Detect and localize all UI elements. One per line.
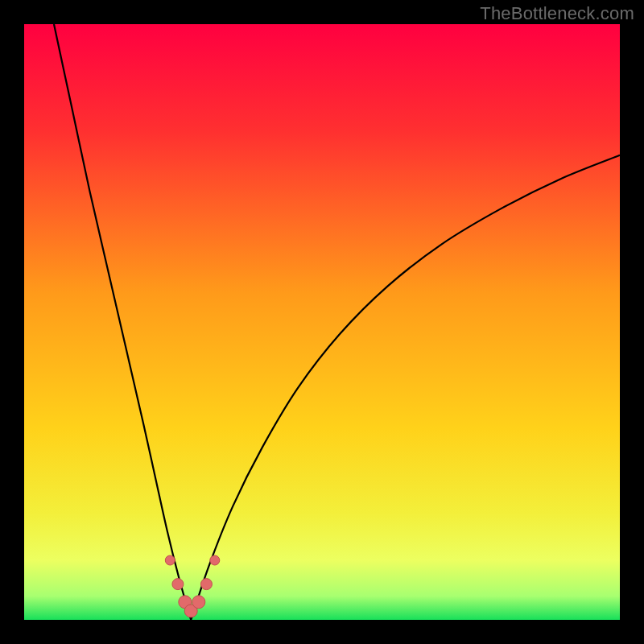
gradient-bg bbox=[24, 24, 620, 620]
watermark-text: TheBottleneck.com bbox=[480, 3, 634, 24]
marker-point bbox=[200, 579, 212, 590]
marker-point bbox=[165, 555, 175, 565]
chart-frame: TheBottleneck.com bbox=[0, 0, 644, 644]
marker-point bbox=[210, 555, 220, 565]
marker-point bbox=[192, 596, 205, 609]
marker-point bbox=[172, 579, 184, 590]
bottleneck-chart bbox=[24, 24, 620, 620]
